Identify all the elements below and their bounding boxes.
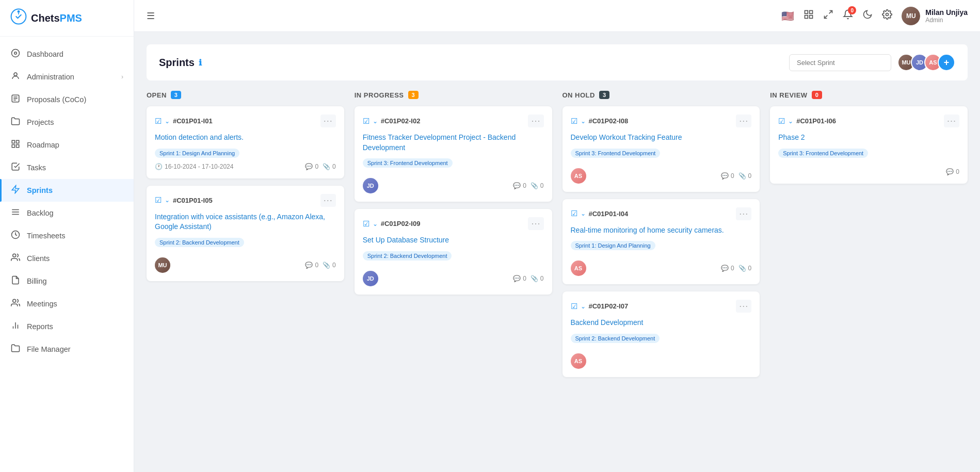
card-checkbox-icon[interactable]: ☑ [363, 117, 369, 126]
language-flag-icon[interactable]: 🇺🇸 [781, 10, 794, 22]
sidebar-item-sprints[interactable]: Sprints [0, 179, 134, 202]
card-tag[interactable]: Sprint 2: Backend Development [571, 334, 660, 343]
add-member-button[interactable]: + [938, 54, 955, 71]
sidebar-item-projects[interactable]: Projects [0, 111, 134, 134]
card-checkbox-icon[interactable]: ☑ [571, 209, 577, 218]
hamburger-icon[interactable]: ☰ [147, 10, 155, 22]
card-chevron-icon[interactable]: ⌄ [373, 118, 378, 125]
card-more-button[interactable]: ··· [736, 115, 751, 127]
sidebar-label-projects: Projects [27, 118, 123, 126]
header-left: ☰ [147, 10, 155, 22]
card-attachments-stat: 📎 0 [323, 163, 336, 170]
settings-icon[interactable] [882, 9, 892, 22]
fullscreen-icon[interactable] [823, 9, 833, 22]
card-tag[interactable]: Sprint 2: Backend Development [155, 238, 244, 247]
card-title[interactable]: Develop Workout Tracking Feature [571, 133, 752, 143]
card-tag[interactable]: Sprint 2: Backend Development [363, 251, 452, 261]
card-code: #C01P02-I08 [589, 117, 629, 125]
grid-view-icon[interactable] [804, 9, 814, 22]
card-checkbox-icon[interactable]: ☑ [155, 196, 162, 205]
card-assignee-avatar: AS [571, 353, 586, 369]
card-more-button[interactable]: ··· [736, 207, 751, 220]
card-id-row: ☑ ⌄ #C01P02-I09 [363, 219, 421, 229]
card-tag[interactable]: Sprint 1: Design And Planning [571, 241, 655, 250]
card-footer: AS [571, 353, 752, 369]
card-more-button[interactable]: ··· [944, 115, 959, 127]
card-checkbox-icon[interactable]: ☑ [571, 117, 577, 126]
sidebar-item-tasks[interactable]: Tasks [0, 156, 134, 179]
card-tag[interactable]: Sprint 1: Design And Planning [155, 149, 239, 158]
sidebar-item-billing[interactable]: Billing [0, 270, 134, 292]
logo-area: ChetsPMS [0, 0, 134, 37]
column-open: OPEN 3 ☑ ⌄ #C01P01-I01 ··· Motion detect… [147, 91, 344, 288]
card-chevron-icon[interactable]: ⌄ [165, 197, 170, 204]
card-title[interactable]: Real-time monitoring of home security ca… [571, 225, 752, 236]
card-chevron-icon[interactable]: ⌄ [165, 118, 170, 125]
notifications-icon[interactable]: 0 [843, 9, 853, 22]
sidebar-item-timesheets[interactable]: Timesheets [0, 224, 134, 247]
sidebar-item-proposals[interactable]: Proposals (CoCo) [0, 88, 134, 111]
card-chevron-icon[interactable]: ⌄ [581, 118, 586, 125]
card-id-row: ☑ ⌄ #C01P02-I08 [571, 117, 629, 126]
comment-icon: 💬 [513, 275, 521, 282]
svg-rect-27 [810, 15, 813, 19]
card-title[interactable]: Phase 2 [778, 133, 959, 143]
attachment-icon: 📎 [531, 275, 538, 282]
svg-rect-24 [805, 11, 808, 14]
sidebar-item-meetings[interactable]: Meetings [0, 292, 134, 315]
card-chevron-icon[interactable]: ⌄ [581, 303, 586, 310]
administration-icon [10, 71, 21, 83]
sidebar-label-reports: Reports [27, 322, 123, 331]
comment-icon: 💬 [513, 182, 521, 189]
sidebar-item-administration[interactable]: Administration › [0, 66, 134, 88]
card-checkbox-icon[interactable]: ☑ [363, 219, 369, 229]
card-title[interactable]: Motion detection and alerts. [155, 133, 336, 143]
card-checkbox-icon[interactable]: ☑ [778, 117, 785, 126]
column-open-header: OPEN 3 [147, 91, 344, 99]
sidebar-item-clients[interactable]: Clients [0, 247, 134, 270]
card-tag[interactable]: Sprint 3: Frontend Development [363, 158, 453, 168]
sidebar-item-roadmap[interactable]: Roadmap [0, 134, 134, 156]
attachment-icon: 📎 [323, 163, 330, 170]
card-c01p01-i05: ☑ ⌄ #C01P01-I05 ··· Integration with voi… [147, 186, 344, 281]
card-more-button[interactable]: ··· [320, 194, 336, 207]
svg-rect-11 [17, 140, 19, 143]
card-tag[interactable]: Sprint 3: Frontend Development [571, 149, 661, 158]
sidebar-item-backlog[interactable]: Backlog [0, 202, 134, 224]
sidebar-item-reports[interactable]: Reports [0, 315, 134, 338]
card-tag[interactable]: Sprint 3: Frontend Development [778, 149, 868, 158]
column-open-badge: 3 [171, 91, 181, 99]
comment-count: 0 [523, 182, 526, 189]
card-chevron-icon[interactable]: ⌄ [788, 118, 793, 125]
card-more-button[interactable]: ··· [528, 217, 543, 230]
dark-mode-icon[interactable] [862, 9, 873, 22]
user-details: Milan Unjiya Admin [925, 8, 968, 24]
user-profile[interactable]: MU Milan Unjiya Admin [902, 7, 968, 25]
card-checkbox-icon[interactable]: ☑ [571, 302, 577, 311]
card-tag-wrapper: Sprint 2: Backend Development [571, 333, 752, 348]
svg-point-19 [13, 254, 16, 257]
comment-icon: 💬 [721, 172, 729, 180]
card-chevron-icon[interactable]: ⌄ [581, 210, 586, 217]
page-info-icon[interactable]: ℹ [199, 58, 202, 68]
card-tag-wrapper: Sprint 1: Design And Planning [571, 240, 752, 255]
attachment-icon: 📎 [531, 182, 538, 189]
card-title[interactable]: Fitness Tracker Development Project - Ba… [363, 133, 544, 153]
card-checkbox-icon[interactable]: ☑ [155, 117, 162, 126]
card-more-button[interactable]: ··· [736, 300, 751, 313]
card-c01p01-i04: ☑ ⌄ #C01P01-I04 ··· Real-time monitoring… [563, 199, 760, 285]
card-chevron-icon[interactable]: ⌄ [373, 220, 378, 227]
sidebar-item-dashboard[interactable]: Dashboard [0, 43, 134, 66]
card-comments-stat: 💬 0 [721, 265, 734, 272]
card-title[interactable]: Integration with voice assistants (e.g.,… [155, 212, 336, 232]
card-more-button[interactable]: ··· [528, 115, 543, 127]
card-more-button[interactable]: ··· [320, 115, 336, 127]
card-code: #C01P02-I07 [589, 302, 629, 310]
sprint-select-input[interactable] [789, 54, 891, 71]
card-header: ☑ ⌄ #C01P02-I08 ··· [571, 115, 752, 127]
sidebar-item-file-manager[interactable]: File Manager [0, 338, 134, 361]
card-title[interactable]: Backend Development [571, 318, 752, 328]
column-on-hold-title: ON HOLD [563, 91, 595, 99]
card-title[interactable]: Set Up Database Structure [363, 235, 544, 246]
card-date: 🕐 16-10-2024 - 17-10-2024 [155, 163, 233, 170]
